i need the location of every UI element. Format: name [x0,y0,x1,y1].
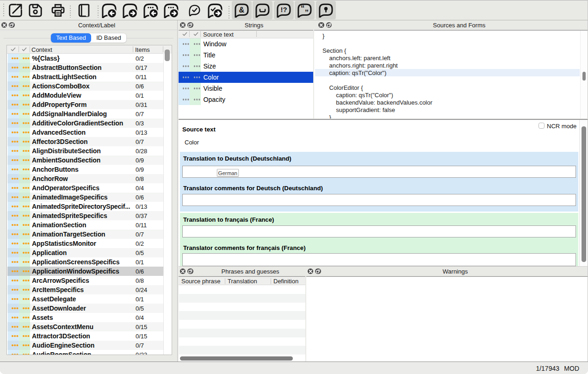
svg-text:„: „ [305,4,309,12]
svg-text:!?: !? [280,6,287,13]
svg-text:&: & [239,6,244,14]
svg-text:“: “ [301,4,304,12]
